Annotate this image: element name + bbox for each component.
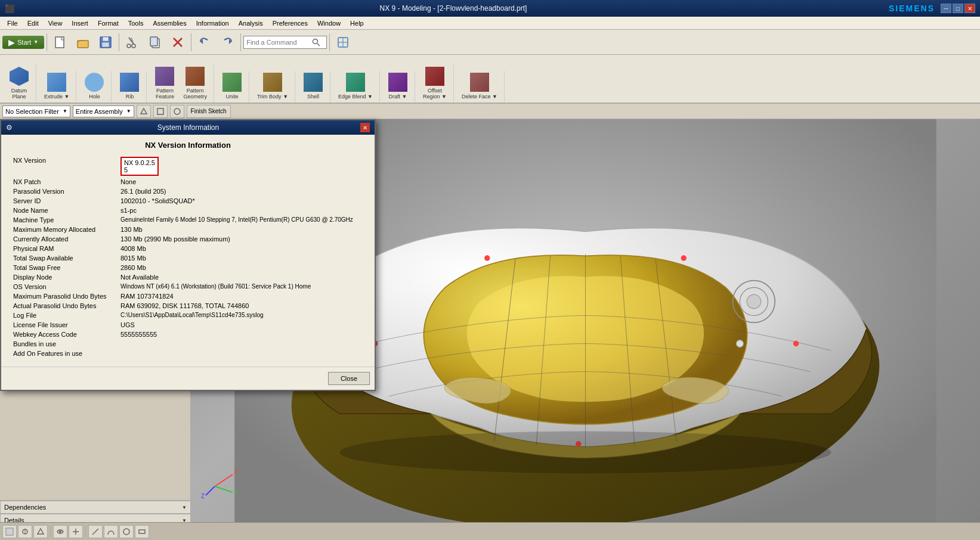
- field-value-curr-alloc: 130 Mb (2990 Mb possible maximum): [118, 234, 365, 244]
- menu-preferences[interactable]: Preferences: [268, 18, 313, 28]
- dependencies-label: Dependencies: [4, 504, 46, 511]
- table-row: License File Issuer UGS: [11, 320, 365, 330]
- dependencies-arrow: ▼: [182, 505, 187, 510]
- table-row: Total Swap Available 8015 Mb: [11, 253, 365, 263]
- search-input[interactable]: [246, 39, 312, 46]
- start-button[interactable]: ▶ Start ▼: [2, 36, 44, 49]
- status-btn-3[interactable]: [33, 525, 48, 538]
- left-panel: ⚙ System Information ✕ NX Version Inform…: [0, 119, 191, 540]
- close-button[interactable]: ✕: [964, 4, 975, 13]
- table-row: Maximum Parasolid Undo Bytes RAM 1073741…: [11, 291, 365, 301]
- trim-body-button[interactable]: Trim Body ▼: [254, 71, 291, 101]
- menu-edit[interactable]: Edit: [23, 18, 44, 28]
- menu-format[interactable]: Format: [93, 18, 123, 28]
- rib-label: Rib: [126, 94, 134, 100]
- menu-window[interactable]: Window: [313, 18, 345, 28]
- extrude-button[interactable]: Extrude ▼: [41, 71, 72, 101]
- redo-button[interactable]: [217, 34, 238, 51]
- save-button[interactable]: [95, 34, 116, 51]
- field-label-bundles: Bundles in use: [11, 339, 118, 349]
- sketch-arc-btn[interactable]: [104, 525, 118, 538]
- assembly-combo[interactable]: Entire Assembly ▼: [73, 105, 134, 117]
- command-search[interactable]: [243, 36, 327, 49]
- field-label-nx-patch: NX Patch: [11, 177, 118, 187]
- sketch-rect-btn[interactable]: [135, 525, 149, 538]
- svg-line-41: [215, 486, 233, 492]
- sketch-circle-btn[interactable]: [119, 525, 134, 538]
- snap-button[interactable]: [332, 34, 354, 51]
- menu-view[interactable]: View: [44, 18, 67, 28]
- sel-toolbar-btn-3[interactable]: [170, 105, 184, 118]
- restore-button[interactable]: □: [953, 4, 963, 13]
- field-label-os-version: OS Version: [11, 282, 118, 291]
- field-label-max-para-undo: Maximum Parasolid Undo Bytes: [11, 291, 118, 301]
- toolbar-sep-1: [47, 33, 47, 51]
- svg-point-37: [681, 255, 687, 260]
- unite-button[interactable]: Unite: [219, 71, 245, 101]
- datum-plane-button[interactable]: DatumPlane: [6, 65, 32, 101]
- draft-button[interactable]: Draft ▼: [385, 71, 411, 101]
- menu-bar: File Edit View Insert Format Tools Assem…: [0, 17, 980, 30]
- menu-insert[interactable]: Insert: [67, 18, 93, 28]
- edge-blend-button[interactable]: Edge Blend ▼: [335, 71, 376, 101]
- sketch-rect-icon: [138, 527, 146, 536]
- open-button[interactable]: [72, 34, 94, 51]
- selection-filter-arrow: ▼: [63, 108, 67, 114]
- pattern-geometry-button[interactable]: PatternGeometry: [180, 65, 210, 101]
- menu-analysis[interactable]: Analysis: [234, 18, 268, 28]
- sketch-line-btn[interactable]: [88, 525, 103, 538]
- sel-toolbar-btn-1[interactable]: [137, 105, 151, 118]
- pattern-geometry-icon: [186, 67, 205, 86]
- offset-region-button[interactable]: OffsetRegion ▼: [420, 65, 450, 101]
- undo-button[interactable]: [194, 34, 215, 51]
- dialog-close-button[interactable]: ✕: [360, 123, 370, 132]
- table-row: Actual Parasolid Undo Bytes RAM 639092, …: [11, 301, 365, 311]
- field-value-max-para-undo: RAM 1073741824: [118, 291, 365, 301]
- field-value-display-node: Not Available: [118, 272, 365, 282]
- copy-button[interactable]: [144, 34, 166, 51]
- cut-button[interactable]: [122, 34, 143, 51]
- minimize-button[interactable]: ─: [941, 4, 951, 13]
- dependencies-item[interactable]: Dependencies ▼: [0, 501, 191, 514]
- rib-button[interactable]: Rib: [116, 71, 143, 101]
- sel-toolbar-btn-2[interactable]: [153, 105, 168, 118]
- pattern-feature-button[interactable]: PatternFeature: [152, 65, 178, 101]
- svg-point-28: [736, 340, 743, 347]
- shell-button[interactable]: Shell: [300, 71, 326, 101]
- menu-file[interactable]: File: [2, 18, 23, 28]
- status-btn-5[interactable]: [69, 525, 83, 538]
- svg-point-22: [174, 108, 180, 114]
- field-value-swap-free: 2860 Mb: [118, 263, 365, 272]
- menu-information[interactable]: Information: [191, 18, 234, 28]
- field-label-swap-free: Total Swap Free: [11, 263, 118, 272]
- field-label-node-name: Node Name: [11, 206, 118, 215]
- delete-face-button[interactable]: Delete Face ▼: [459, 71, 500, 101]
- svg-rect-46: [6, 528, 13, 535]
- menu-assemblies[interactable]: Assemblies: [148, 18, 191, 28]
- svg-text:Y: Y: [234, 489, 238, 496]
- status-btn-4[interactable]: [53, 525, 67, 538]
- selection-filter-combo[interactable]: No Selection Filter ▼: [2, 105, 70, 117]
- delete-button[interactable]: [167, 34, 188, 51]
- field-value-nx-version: NX 9.0.2.5 5: [118, 156, 365, 177]
- redo-icon: [221, 36, 234, 49]
- datum-plane-icon: [10, 67, 29, 86]
- trim-body-icon: [263, 73, 282, 92]
- sketch-line-icon: [91, 527, 100, 536]
- field-label-swap-avail: Total Swap Available: [11, 253, 118, 263]
- menu-tools[interactable]: Tools: [123, 18, 149, 28]
- status-icon-1: [5, 527, 14, 536]
- status-icon-4: [56, 527, 64, 536]
- table-row: Display Node Not Available: [11, 272, 365, 282]
- status-icon-2: [21, 527, 29, 536]
- status-btn-1[interactable]: [2, 525, 17, 538]
- new-button[interactable]: [50, 34, 71, 51]
- sel-toolbar-btn-sketch[interactable]: Finish Sketch: [187, 105, 231, 118]
- menu-help[interactable]: Help: [345, 18, 369, 28]
- field-value-phys-ram: 4008 Mb: [118, 244, 365, 253]
- dialog-close-btn[interactable]: Close: [328, 372, 370, 385]
- unite-label: Unite: [225, 94, 238, 100]
- status-btn-2[interactable]: [18, 525, 32, 538]
- hole-button[interactable]: Hole: [81, 71, 107, 101]
- cut-icon: [126, 36, 139, 49]
